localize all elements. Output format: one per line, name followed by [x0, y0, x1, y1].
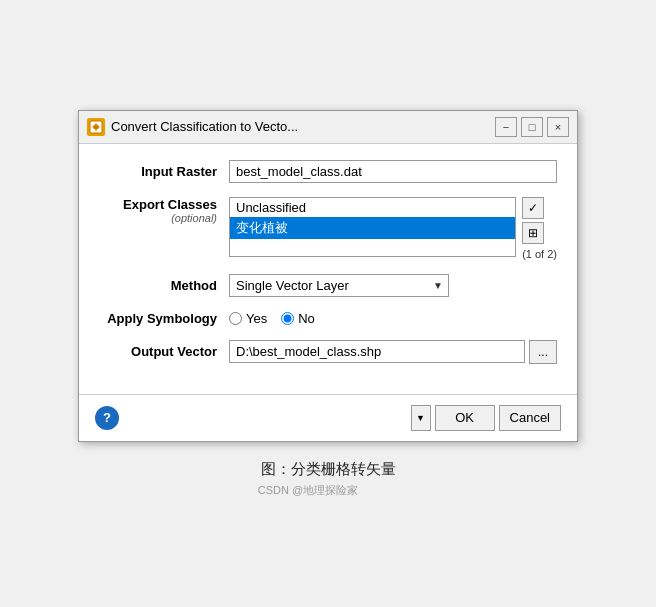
- footer-dropdown-button[interactable]: ▼: [411, 405, 431, 431]
- caption-main: 图：分类栅格转矢量: [258, 460, 398, 479]
- apply-symbology-row: Apply Symbology Yes No: [99, 311, 557, 326]
- output-vector-label: Output Vector: [99, 344, 229, 359]
- check-icon-btn[interactable]: ✓: [522, 197, 544, 219]
- input-raster-row: Input Raster: [99, 160, 557, 183]
- caption-area: 图：分类栅格转矢量 CSDN @地理探险家: [258, 460, 398, 498]
- method-row: Method Single Vector Layer Separate Vect…: [99, 274, 557, 297]
- optional-label: (optional): [171, 212, 217, 224]
- browse-button[interactable]: ...: [529, 340, 557, 364]
- list-count: (1 of 2): [522, 248, 557, 260]
- caption-source: CSDN @地理探险家: [258, 483, 398, 498]
- svg-point-1: [94, 125, 98, 129]
- export-classes-listbox[interactable]: Unclassified 变化植被: [229, 197, 516, 257]
- output-vector-row: Output Vector ...: [99, 340, 557, 364]
- dialog-title: Convert Classification to Vecto...: [111, 119, 489, 134]
- close-button[interactable]: ×: [547, 117, 569, 137]
- dialog-footer: ? ▼ OK Cancel: [79, 394, 577, 441]
- radio-yes-text: Yes: [246, 311, 267, 326]
- footer-right: ▼ OK Cancel: [411, 405, 561, 431]
- input-raster-label: Input Raster: [99, 164, 229, 179]
- method-select[interactable]: Single Vector Layer Separate Vector Laye…: [229, 274, 449, 297]
- listbox-icons: ✓ ⊞: [522, 197, 544, 244]
- footer-left: ?: [95, 406, 119, 430]
- export-classes-row: Export Classes (optional) Unclassified 变…: [99, 197, 557, 260]
- input-raster-field[interactable]: [229, 160, 557, 183]
- maximize-button[interactable]: □: [521, 117, 543, 137]
- list-item-vegetation[interactable]: 变化植被: [230, 217, 515, 239]
- app-icon: [87, 118, 105, 136]
- list-item-unclassified[interactable]: Unclassified: [230, 198, 515, 217]
- export-classes-container: Unclassified 变化植被 ✓ ⊞ (1 of 2): [229, 197, 557, 260]
- uncheck-icon-btn[interactable]: ⊞: [522, 222, 544, 244]
- export-classes-control: Unclassified 变化植被 ✓ ⊞ (1 of 2): [229, 197, 557, 260]
- method-control: Single Vector Layer Separate Vector Laye…: [229, 274, 557, 297]
- apply-symbology-label: Apply Symbology: [99, 311, 229, 326]
- cancel-button[interactable]: Cancel: [499, 405, 561, 431]
- export-classes-label-group: Export Classes (optional): [99, 197, 229, 224]
- dialog-body: Input Raster Export Classes (optional) U…: [79, 144, 577, 394]
- export-classes-label: Export Classes: [123, 197, 217, 212]
- listbox-side: ✓ ⊞ (1 of 2): [522, 197, 557, 260]
- method-select-wrapper: Single Vector Layer Separate Vector Laye…: [229, 274, 449, 297]
- radio-yes[interactable]: [229, 312, 242, 325]
- ok-button[interactable]: OK: [435, 405, 495, 431]
- dialog: Convert Classification to Vecto... − □ ×…: [78, 110, 578, 442]
- method-label: Method: [99, 278, 229, 293]
- radio-group: Yes No: [229, 311, 557, 326]
- apply-symbology-control: Yes No: [229, 311, 557, 326]
- output-row: ...: [229, 340, 557, 364]
- radio-no-text: No: [298, 311, 315, 326]
- radio-yes-label[interactable]: Yes: [229, 311, 267, 326]
- title-bar-controls: − □ ×: [495, 117, 569, 137]
- title-bar: Convert Classification to Vecto... − □ ×: [79, 111, 577, 144]
- output-vector-control: ...: [229, 340, 557, 364]
- input-raster-control: [229, 160, 557, 183]
- radio-no[interactable]: [281, 312, 294, 325]
- output-vector-field[interactable]: [229, 340, 525, 363]
- minimize-button[interactable]: −: [495, 117, 517, 137]
- help-button[interactable]: ?: [95, 406, 119, 430]
- radio-no-label[interactable]: No: [281, 311, 315, 326]
